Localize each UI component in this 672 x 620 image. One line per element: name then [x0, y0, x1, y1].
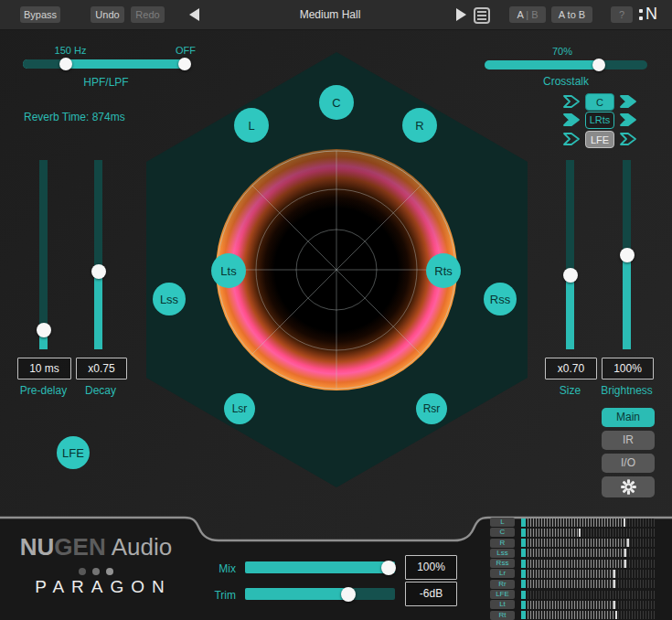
nugen-logo-dots-icon [639, 9, 643, 20]
routing-out-lfe-icon[interactable] [619, 132, 637, 146]
routing-in-lfe-icon[interactable] [562, 132, 581, 146]
trim-slider[interactable] [245, 588, 395, 600]
crosstalk-slider[interactable] [485, 60, 647, 69]
meter-peak [624, 560, 626, 568]
meter-scale [528, 601, 655, 609]
routing-in-c-icon[interactable] [562, 94, 581, 109]
view-tab-io[interactable]: I/O [602, 454, 655, 473]
meter-input-block [521, 539, 526, 547]
meter-row: C [490, 528, 660, 537]
bypass-button[interactable]: Bypass [20, 6, 60, 23]
a-to-b-button[interactable]: A to B [551, 6, 592, 23]
view-tab-main[interactable]: Main [602, 408, 655, 427]
brand-logo: NUGENAudio [14, 533, 178, 561]
channel-button-r[interactable]: R [402, 108, 437, 143]
mix-fill [245, 561, 395, 573]
mix-value[interactable]: 100% [405, 555, 457, 580]
trim-value[interactable]: -6dB [405, 582, 457, 606]
channel-button-lfe[interactable]: LFE [57, 436, 90, 469]
lpf-handle[interactable] [178, 58, 191, 70]
routing-button-c[interactable]: C [585, 93, 614, 111]
meter-input-block [521, 518, 526, 527]
gear-icon [621, 479, 636, 495]
channel-button-lss[interactable]: Lss [153, 283, 186, 315]
hpf-lpf-slider[interactable] [23, 59, 189, 69]
hpf-handle[interactable] [59, 58, 72, 70]
preset-name[interactable]: Medium Hall [257, 8, 403, 21]
channel-button-rts[interactable]: Rts [426, 253, 461, 288]
channel-button-rsr[interactable]: Rsr [416, 393, 447, 424]
product-name: PARAGON [14, 577, 186, 597]
meter-peak [624, 518, 625, 527]
meter-label: Lss [490, 549, 515, 558]
mix-handle[interactable] [381, 561, 396, 575]
pre-delay-handle[interactable] [37, 323, 51, 337]
crosstalk-handle[interactable] [592, 59, 605, 71]
decay-value[interactable]: x0.75 [76, 358, 127, 379]
meter-active [528, 570, 614, 578]
meter-scale [528, 529, 655, 537]
next-preset-icon[interactable] [456, 8, 466, 21]
settings-button[interactable] [602, 476, 655, 497]
hpf-value: 150 Hz [43, 45, 98, 56]
meter-scale [528, 570, 655, 578]
meter-input-block [521, 611, 526, 619]
routing-out-lrts-icon[interactable] [619, 112, 637, 127]
brightness-value[interactable]: 100% [602, 358, 654, 379]
meter-label: Rr [490, 580, 515, 589]
routing-out-c-icon[interactable] [619, 94, 637, 109]
decay-slider[interactable] [94, 160, 102, 349]
meter-input-block [521, 601, 526, 609]
reverb-time-readout: Reverb Time: 874ms [24, 111, 125, 123]
channel-button-lts[interactable]: Lts [211, 253, 246, 288]
brand-gen: GEN [54, 533, 105, 561]
meter-peak [624, 549, 626, 557]
channel-button-c[interactable]: C [319, 85, 354, 120]
meter-active [528, 580, 614, 588]
trim-label: Trim [183, 589, 236, 602]
ab-a-label: A [517, 9, 523, 20]
routing-in-lrts-icon[interactable] [562, 112, 581, 127]
meter-peak [615, 611, 617, 619]
ab-sep-label: | [526, 9, 528, 20]
top-bar: Bypass Undo Redo Medium Hall A | B A to … [0, 0, 672, 30]
meter-label: LFE [490, 590, 515, 599]
meter-row: R [490, 539, 660, 548]
nugen-logo: N [639, 5, 657, 24]
meter-active [528, 549, 625, 557]
help-button[interactable]: ? [611, 6, 633, 23]
routing-button-lfe[interactable]: LFE [585, 131, 614, 148]
brightness-handle[interactable] [620, 248, 635, 262]
channel-button-lsr[interactable]: Lsr [224, 393, 255, 424]
meter-peak [579, 529, 581, 537]
meter-active [528, 529, 580, 537]
undo-button[interactable]: Undo [91, 6, 124, 23]
previous-preset-icon[interactable] [189, 8, 199, 21]
size-slider[interactable] [566, 160, 574, 349]
routing-button-lrts[interactable]: LRts [585, 112, 614, 129]
meter-input-block [521, 591, 526, 599]
brightness-slider[interactable] [623, 160, 631, 349]
meter-active [528, 560, 625, 568]
redo-button[interactable]: Redo [131, 6, 165, 23]
size-handle[interactable] [563, 268, 578, 283]
meter-row: LFE [490, 590, 660, 599]
trim-handle[interactable] [341, 587, 356, 602]
meter-active [528, 539, 628, 547]
ab-compare-button[interactable]: A | B [509, 6, 546, 23]
pre-delay-slider[interactable] [39, 160, 48, 349]
channel-button-l[interactable]: L [234, 108, 269, 143]
channel-button-rss[interactable]: Rss [484, 283, 517, 315]
mix-slider[interactable] [245, 561, 395, 573]
meter-active [528, 601, 614, 609]
brand-audio: Audio [112, 533, 173, 561]
preset-list-icon[interactable] [474, 7, 490, 24]
view-tab-ir[interactable]: IR [602, 431, 655, 450]
crosstalk-fill [485, 60, 599, 69]
trim-fill [245, 588, 348, 600]
decay-handle[interactable] [91, 264, 106, 279]
meter-row: Rr [490, 580, 660, 589]
size-value[interactable]: x0.70 [545, 358, 597, 379]
pre-delay-value[interactable]: 10 ms [17, 358, 71, 379]
brand-dots-icon [14, 568, 178, 575]
